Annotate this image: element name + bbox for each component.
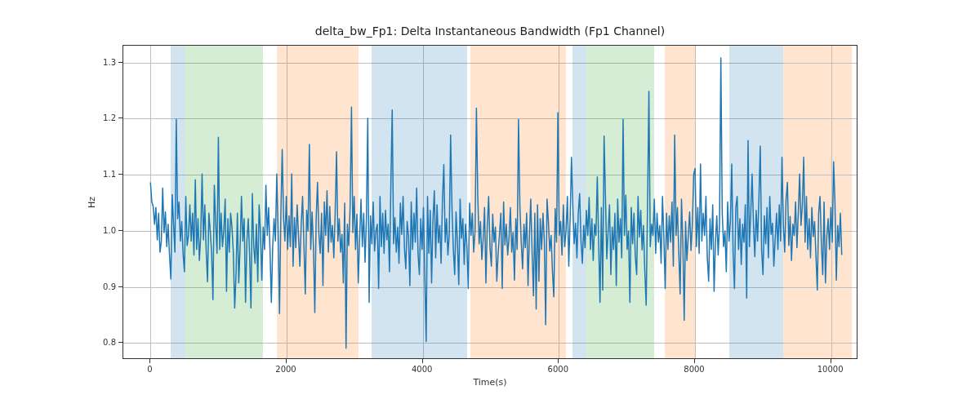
chart-title: delta_bw_Fp1: Delta Instantaneous Bandwi… [0,24,980,38]
x-tick-label: 6000 [548,365,568,374]
tick-mark-x [558,359,559,363]
tick-mark-x [149,359,150,363]
tick-mark-x [286,359,287,363]
figure: delta_bw_Fp1: Delta Instantaneous Bandwi… [0,0,980,408]
x-tick-label: 8000 [684,365,704,374]
y-tick-label: 1.3 [103,57,116,66]
x-tick-label: 4000 [412,365,432,374]
line-series-svg [123,46,857,358]
tick-mark-y [118,62,122,63]
tick-mark-y [118,118,122,118]
y-tick-label: 1.2 [103,113,116,122]
tick-mark-x [422,359,423,363]
y-tick-label: 0.9 [103,282,116,290]
y-tick-label: 0.8 [103,338,116,347]
tick-mark-x [694,359,695,363]
line-series [150,58,841,348]
x-axis-label: Time(s) [473,377,506,388]
tick-mark-x [831,359,831,363]
tick-mark-y [118,342,122,343]
x-tick-label: 10000 [817,365,844,374]
x-tick-label: 0 [147,365,152,374]
tick-mark-y [118,174,122,175]
x-tick-label: 2000 [275,365,296,374]
y-tick-label: 1.0 [103,225,116,234]
y-tick-label: 1.1 [103,170,116,179]
axes: Hz Time(s) 0.80.91.01.11.21.302000400060… [122,45,858,359]
y-axis-label: Hz [87,196,97,207]
plot-area [122,45,858,359]
tick-mark-y [118,230,122,231]
tick-mark-y [118,286,122,287]
